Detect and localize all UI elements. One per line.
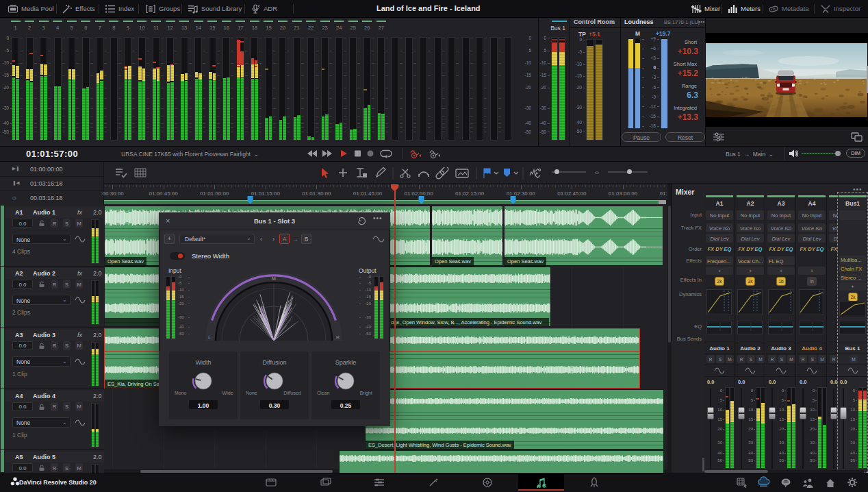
svg-text:L: L (208, 335, 211, 340)
svg-text:M: M (272, 276, 276, 281)
svg-text:R: R (336, 335, 340, 340)
